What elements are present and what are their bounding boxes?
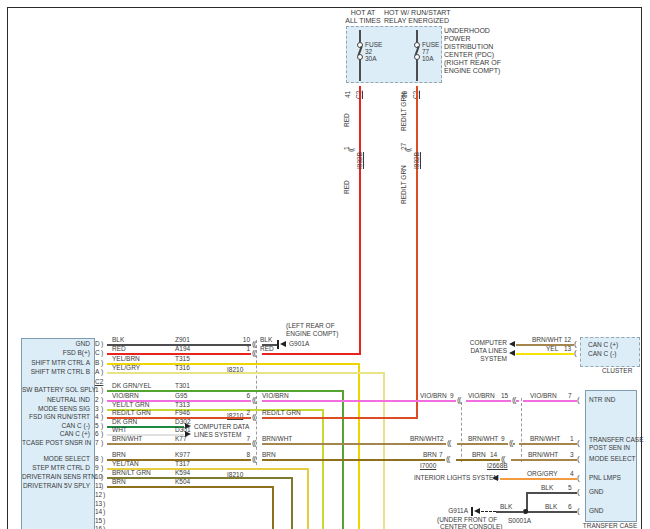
module-pin-id: 16 [95, 525, 102, 529]
wire-color: ORG/GRY [527, 470, 558, 478]
fuse77-lead-bottom [416, 59, 418, 81]
module-cavity [103, 517, 105, 525]
module-pin-label: FSD B(+) [22, 349, 90, 357]
wire-pin: 7 [568, 392, 572, 400]
wire-circuit: K977 [175, 451, 190, 459]
box-cavity-symbol [574, 340, 577, 348]
computer-data-system-label2: DATA LINES [460, 347, 507, 355]
wire-color: BRN/WHT [112, 435, 142, 443]
module-pin-id: 8 [95, 455, 99, 463]
box-cavity-symbol [577, 488, 580, 496]
wire-label: VIO/BRN [468, 392, 495, 400]
wiring-diagram: HOT AT ALL TIMES HOT W/ RUN/START RELAY … [0, 0, 650, 529]
fuse32-lead-bottom [359, 59, 361, 81]
fuse32-rating: 30A [365, 55, 377, 63]
module-pin-label: DRIVETRAIN 5V SPLY [22, 482, 90, 490]
module-pin-label: DRIVETRAIN SENS RTN [22, 473, 90, 481]
wire-out-pin: 2 [238, 409, 250, 417]
wire-out-pin: 1 [238, 345, 250, 353]
wire-pin: 1 [570, 435, 574, 443]
pdc-caption-4: CENTER (PDC) [444, 51, 494, 59]
module-pin-label: SHIFT MTR CTRL B [22, 368, 90, 376]
lines-system-label: LINES SYSTEM [194, 431, 241, 439]
wire-label: BRN/WHT [468, 435, 498, 443]
box-cavity-symbol [577, 455, 580, 463]
module-pin-label: NEUTRAL IND [22, 396, 90, 404]
box-cavity-symbol [577, 474, 580, 482]
fuse77-rating: 10A [422, 55, 434, 63]
ground-symbol-arrow [474, 508, 480, 514]
wire-label: BRN [262, 451, 276, 459]
wire-circuit: K504 [175, 478, 190, 486]
wire-vio-seg4 [523, 400, 579, 402]
box-cavity-symbol [577, 439, 580, 447]
wire-color: YEL [546, 345, 558, 353]
wire-brnltgrn-drop [291, 477, 293, 529]
wire-brn-k504 [107, 486, 274, 488]
inline-connector-red-pin: 1 [343, 146, 351, 150]
module-pin-label: FSD IGN RUN/STRT [22, 413, 90, 421]
wire-circuit: F946 [175, 409, 190, 417]
wire-pin: 6 [568, 503, 572, 511]
module-cavity [101, 359, 103, 367]
wire-orggry [500, 478, 579, 480]
inline-connector-dash-mid [461, 402, 462, 462]
hot-runstart-label2: RELAY ENERGIZED [384, 17, 448, 25]
wire-color: VIO/BRN [112, 392, 139, 400]
module-pin-id: A [95, 368, 99, 376]
module-pin-label: GND [22, 340, 90, 348]
wire-bw-seg2 [262, 443, 447, 445]
inline-connector-rlg-pin: 27 [400, 143, 408, 150]
wire-color: YEL/GRY [112, 364, 140, 372]
wire-bw-seg3 [457, 443, 515, 445]
wire-pin: 9 [450, 392, 454, 400]
module-pin-label: CAN C (-) [22, 422, 90, 430]
module-cavity [101, 386, 103, 394]
module-cavity [101, 455, 103, 463]
wire-ylltgrn-drop [322, 409, 324, 529]
wire-color: BLK [112, 336, 124, 344]
wire-bw-k77 [107, 443, 254, 445]
wire-out-pin: 7 [238, 435, 250, 443]
offpage-arrow-icon [509, 341, 515, 347]
wire-color: WHT [112, 426, 127, 434]
tcase-pin-gnd5: GND [589, 488, 603, 496]
inline-connector-symbol [508, 439, 513, 447]
module-pin-label: CAN C (+) [22, 430, 90, 438]
box-cavity-symbol [574, 349, 577, 357]
inline-connector-symbol [446, 439, 451, 447]
wire-color: BLK [541, 484, 553, 492]
tcase-caption: TRANSFER CASE [560, 522, 650, 529]
wire-pin: 12 [564, 336, 571, 344]
wire-label: BRN/WHT [262, 435, 292, 443]
module-cavity [101, 368, 103, 376]
wire-label: RED/LT GRN [262, 409, 301, 417]
wire-bw-seg-mode [511, 459, 579, 461]
wire-color: YEL/TAN [112, 460, 139, 468]
wire-blk-splice-left [496, 511, 524, 513]
module-pin-id: 3 [95, 405, 99, 413]
wire-pin: 2 [440, 435, 444, 443]
module-pin-id: 15 [95, 517, 102, 525]
cluster-can-minus-label: CAN C (-) [588, 350, 617, 358]
interior-lights-label: INTERIOR LIGHTS SYSTEM [414, 474, 499, 482]
module-cavity [103, 491, 105, 499]
inline-connector-symbol [251, 340, 256, 348]
wire-circuit: T315 [175, 355, 190, 363]
tcase-pin-ntr-ind: NTR IND [589, 396, 615, 404]
wire-dkgrnyel-t301 [107, 390, 344, 392]
module-pin-label: MODE SENS SIG [22, 405, 90, 413]
pdc-caption-2: POWER [444, 35, 470, 43]
module-cavity [103, 525, 105, 529]
module-pin-label: TCASE POST SNSR IN [22, 439, 90, 447]
hot-runstart-label: HOT W/ RUN/START [384, 9, 448, 17]
wire-out-color: RED [260, 345, 274, 353]
wire-circuit: T317 [175, 460, 190, 468]
offpage-arrow-icon [509, 350, 515, 356]
module-pin-id: 13 [95, 500, 102, 508]
computer-data-label: COMPUTER DATA [194, 423, 249, 431]
wire-blk-dashed [481, 511, 496, 512]
module-cavity [101, 464, 103, 472]
inline-connector-red-id: I832B [356, 152, 364, 169]
wire-color: BRN/LT GRN [112, 469, 151, 477]
